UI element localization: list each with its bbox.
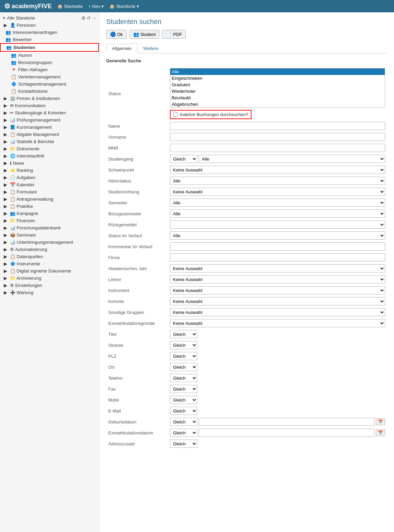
kurs-icon: ▶	[3, 125, 8, 130]
sidebar-item-kursmanagement[interactable]: ▶ 📘 Kursmanagement	[0, 124, 99, 131]
sidebar-item-unterbringungsmanagement[interactable]: ▶ 📊 Unterbringungsmanagement	[0, 239, 99, 246]
neu-link[interactable]: + Neu ▾	[88, 4, 104, 9]
sidebar-item-wartung[interactable]: ▶ ➕ Wartung	[0, 289, 99, 296]
sidebar-item-firmen[interactable]: ▶ 🏢 Firmen & Institutionen	[0, 95, 99, 102]
status-option-beurlaubt[interactable]: Beurlaubt	[170, 94, 385, 101]
fax-gleich-select[interactable]: Gleich	[170, 385, 197, 393]
mnr-input[interactable]	[170, 144, 385, 152]
sidebar-item-bewerber[interactable]: 👥 Bewerber	[0, 36, 99, 43]
sidebar-item-abgabe[interactable]: ▶ 📋 Abgabe Management	[0, 131, 99, 138]
sidebar-item-archivierung[interactable]: ▶ 📁 Archivierung	[0, 275, 99, 282]
status-option-abgebrochen[interactable]: Abgebrochen	[170, 101, 385, 107]
akad-jahr-select[interactable]: Keine Auswahl	[170, 264, 385, 273]
ort-row: Ort Gleich	[106, 362, 387, 372]
sidebar-item-digital-signiert[interactable]: ▶ 📋 Digital signierte Dokumente	[0, 267, 99, 275]
studiengang-select[interactable]: Alle	[199, 155, 385, 163]
sidebar-item-instrumente[interactable]: ▶ 🔷 Instrumente	[0, 260, 99, 267]
sidebar-item-antragsverwaltung[interactable]: ▶ 📋 Antragsverwaltung	[0, 195, 99, 203]
ok-button[interactable]: 🔵 Ok	[106, 30, 127, 39]
adresszusatz-gleich-select[interactable]: Gleich	[170, 440, 197, 448]
exmatrikulationsdatum-input[interactable]	[199, 429, 374, 437]
email-gleich-select[interactable]: Gleich	[170, 407, 197, 415]
sidebar-item-praktika[interactable]: ▶ 📋 Praktika	[0, 203, 99, 210]
sidebar-item-automatisierung[interactable]: ▶ ⚙ Automatisierung	[0, 246, 99, 253]
sidebar-item-studenten[interactable]: 👥 Studenten	[0, 43, 99, 52]
sidebar-item-personen[interactable]: ▶ 👤 Personen	[0, 22, 99, 29]
sidebar-item-schlagwortmanagement[interactable]: 🔷 Schlagwortmanagement	[0, 80, 99, 88]
sidebar-item-kalender[interactable]: ▶ 📅 Kalender	[0, 181, 99, 188]
refresh-icon[interactable]: ↺	[87, 15, 90, 21]
titel-gleich-select[interactable]: Gleich	[170, 330, 197, 338]
sidebar-item-formulare[interactable]: ▶ 📋 Formulare	[0, 188, 99, 195]
sidebar-item-news[interactable]: ▶ ℹ News	[0, 160, 99, 167]
unter-icon: ▶	[3, 240, 8, 245]
vorname-input[interactable]	[170, 133, 385, 141]
instrument-select[interactable]: Keine Auswahl	[170, 286, 385, 294]
ort-gleich-select[interactable]: Gleich	[170, 363, 197, 371]
sidebar-item-filter-abfragen[interactable]: 🔻 Filter-Abfragen	[0, 66, 99, 73]
lehrer-select[interactable]: Keine Auswahl	[170, 275, 385, 283]
sidebar-item-kommunikation[interactable]: ▶ ✉ Kommunikation	[0, 102, 99, 109]
status-option-alle[interactable]: Alle	[170, 68, 385, 75]
rueckgemeldet-select[interactable]	[170, 220, 385, 229]
sidebar-item-statistik[interactable]: ▶ 📊 Statistik & Berichte	[0, 138, 99, 145]
kohorte-select[interactable]: Keine Auswahl	[170, 297, 385, 305]
sidebar-item-kontakthistorie[interactable]: 📋 Kontakthistorie	[0, 88, 99, 95]
bezugssemester-input-cell: Alle	[168, 208, 387, 219]
telefon-gleich-select[interactable]: Gleich	[170, 374, 197, 382]
sidebar-item-verteilermanagement[interactable]: 📋 Verteilermanagement	[0, 73, 99, 80]
strasse-gleich-select[interactable]: Gleich	[170, 341, 197, 349]
status-option-wiederholer[interactable]: Wiederholer	[170, 88, 385, 94]
sidebar-item-datenquellen[interactable]: ▶ 📋 Datenquellen	[0, 253, 99, 260]
startseite-link[interactable]: 🏠 Startseite	[57, 4, 83, 9]
geburtsdatum-calendar-icon[interactable]: 📅	[376, 418, 385, 425]
sidebar-item-alumni[interactable]: 👥 Alumni	[0, 52, 99, 59]
exmatrikulationsdatum-calendar-icon[interactable]: 📅	[376, 429, 385, 436]
sidebar-item-aufgaben[interactable]: ▶ 🕐 Aufgaben	[0, 174, 99, 181]
sidebar-item-benutzergruppen[interactable]: 👥 Benutzergruppen	[0, 59, 99, 66]
sidebar-item-dokumente[interactable]: ▶ 📁 Dokumente	[0, 145, 99, 152]
sidebar-item-interessentenanfragen[interactable]: 👥 Interessentenanfragen	[0, 29, 99, 36]
status-option-graduiert[interactable]: Graduiert	[170, 81, 385, 88]
firma-input[interactable]	[170, 253, 385, 262]
pdf-button[interactable]: 📄 PDF	[162, 30, 186, 39]
arrow-icon[interactable]: →	[92, 15, 96, 21]
firma-label: Firma	[106, 252, 168, 263]
status-option-eingeschrieben[interactable]: Eingeschrieben	[170, 75, 385, 81]
geburtsdatum-input[interactable]	[199, 418, 374, 426]
schwerpunkt-select[interactable]: Keine Auswahl	[170, 166, 385, 174]
sidebar-item-pruefungsmanagement[interactable]: ▶ 📊 Prüfungsmanagement	[0, 116, 99, 124]
sonstige-gruppen-select[interactable]: Keine Auswahl	[170, 308, 385, 316]
sidebar-item-finanzen[interactable]: ▶ 📁 Finanzen	[0, 217, 99, 224]
sidebar-item-einstellungen[interactable]: ▶ ⚙ Einstellungen	[0, 282, 99, 289]
tab-weitere[interactable]: Weitere	[137, 43, 164, 53]
bezugssemester-select[interactable]: Alle	[170, 210, 385, 218]
sidebar-item-ranking[interactable]: ▶ ⭐ Ranking	[0, 167, 99, 174]
inactive-checkbox[interactable]	[173, 112, 178, 117]
exmatrikulationsdatum-gleich-select[interactable]: Gleich	[170, 429, 197, 437]
standorte-link[interactable]: 🏠 Standorte ▾	[109, 4, 139, 9]
status-verlauf-select[interactable]: Alle	[170, 231, 385, 240]
telefon-label: Telefon	[106, 372, 168, 383]
kommentar-verlauf-input[interactable]	[170, 242, 385, 251]
exmatrikulationsgruende-select[interactable]: Keine Auswahl	[170, 319, 385, 327]
tab-allgemein[interactable]: Allgemein	[106, 43, 137, 53]
semester-select[interactable]: Alle	[170, 199, 385, 207]
sidebar-item-studiengaenge[interactable]: ▶ ✏ Studiengänge & Kohorten	[0, 109, 99, 116]
status-listbox[interactable]: Alle Eingeschrieben Graduiert Wiederhole…	[170, 68, 385, 108]
mobil-gleich-select[interactable]: Gleich	[170, 396, 197, 404]
hoererstatus-select[interactable]: Alle	[170, 177, 385, 185]
student-button[interactable]: 👥 Student	[130, 30, 160, 39]
studiengang-gleich-select[interactable]: Gleich	[170, 155, 197, 163]
sidebar-item-forschungsdatenbank[interactable]: ▶ 📊 Forschungsdatenbank	[0, 224, 99, 231]
grid-icon[interactable]: ⊞	[82, 15, 85, 21]
sidebar-item-internetauftritt[interactable]: ▶ 🌐 Internetauftritt	[0, 152, 99, 160]
name-input[interactable]	[170, 122, 385, 130]
sidebar-item-kampagne[interactable]: ▶ 👥 Kampagne	[0, 210, 99, 217]
geburtsdatum-gleich-select[interactable]: Gleich	[170, 418, 197, 426]
sidebar-item-seminare[interactable]: ▶ 📦 Seminare	[0, 231, 99, 239]
tabs: Allgemein Weitere	[106, 43, 387, 53]
plz-gleich-select[interactable]: Gleich	[170, 352, 197, 360]
studienrichtung-select[interactable]: Keine Auswahl	[170, 188, 385, 196]
alle-standorte-header[interactable]: ≡ Alle Standorte ⊞ ↺ →	[0, 14, 99, 22]
